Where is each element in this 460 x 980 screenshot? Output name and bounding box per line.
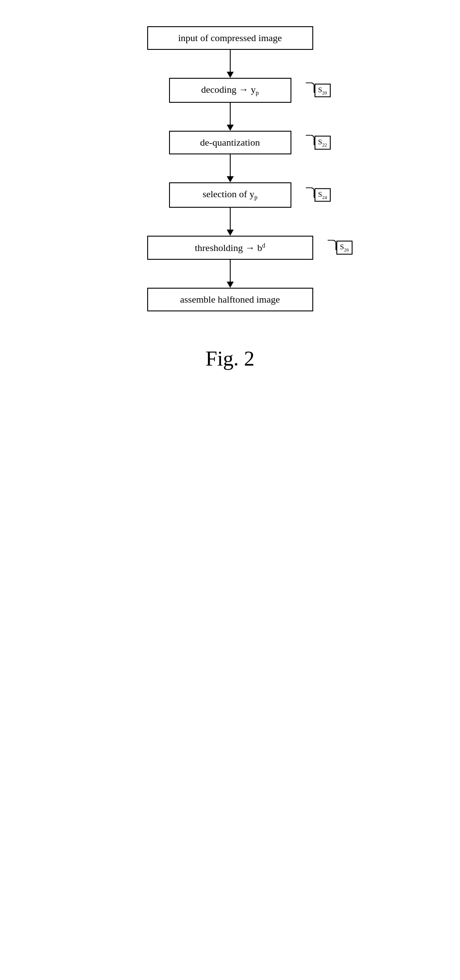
arrow-head-4 [227, 230, 234, 236]
s20-label: S20 [315, 84, 331, 97]
step-threshold-box: thresholding → bd [147, 236, 313, 260]
arrow-line-5 [230, 260, 231, 282]
step-selection-label: S24 [306, 188, 331, 202]
diagram-container: input of compressed image decoding → yp … [77, 26, 383, 370]
step-input-wrapper: input of compressed image [147, 26, 313, 50]
arrow-line-1 [230, 50, 231, 72]
step-selection-text: selection of yp [203, 188, 258, 199]
step-dequant-box: de-quantization [169, 131, 291, 154]
step-assemble-text: assemble halftoned image [180, 294, 280, 305]
step-selection-box: selection of yp [169, 182, 291, 207]
arrow-head-2 [227, 125, 234, 131]
arrow-5 [227, 260, 234, 288]
curved-connector-2 [306, 135, 315, 145]
step-dequant-wrapper: de-quantization S22 [169, 131, 291, 154]
arrow-head-5 [227, 282, 234, 288]
arrow-3 [227, 154, 234, 182]
s24-label: S24 [315, 188, 331, 202]
step-dequant-label: S22 [306, 136, 331, 150]
arrow-head-3 [227, 176, 234, 182]
step-selection-wrapper: selection of yp S24 [169, 182, 291, 207]
step-input-text: input of compressed image [178, 32, 282, 43]
curved-connector-3 [306, 187, 315, 198]
step-dequant-text: de-quantization [200, 137, 260, 148]
step-decoding-wrapper: decoding → yp S20 [169, 78, 291, 103]
step-input-box: input of compressed image [147, 26, 313, 50]
step-assemble-wrapper: assemble halftoned image [147, 288, 313, 311]
s22-label: S22 [315, 136, 331, 150]
arrow-4 [227, 208, 234, 236]
curved-connector-1 [306, 83, 315, 93]
arrow-2 [227, 103, 234, 131]
step-decoding-box: decoding → yp [169, 78, 291, 103]
s26-label: S26 [336, 241, 353, 255]
arrow-line-3 [230, 154, 231, 176]
arrow-line-2 [230, 103, 231, 125]
arrow-1 [227, 50, 234, 78]
step-threshold-text: thresholding → bd [195, 242, 265, 253]
arrow-line-4 [230, 208, 231, 230]
curved-connector-4 [328, 240, 336, 250]
step-assemble-box: assemble halftoned image [147, 288, 313, 311]
figure-caption: Fig. 2 [205, 346, 254, 370]
arrow-head-1 [227, 72, 234, 78]
step-decoding-text: decoding → yp [201, 84, 259, 95]
step-decoding-label: S20 [306, 84, 331, 97]
step-threshold-wrapper: thresholding → bd S26 [147, 236, 313, 260]
step-threshold-label: S26 [328, 241, 353, 255]
